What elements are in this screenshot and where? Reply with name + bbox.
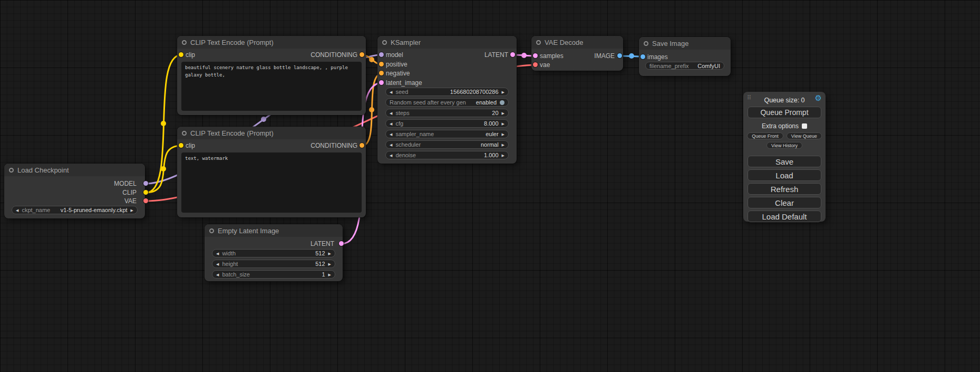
- clear-button[interactable]: Clear: [748, 197, 821, 208]
- model-link-midpoint[interactable]: [261, 117, 266, 122]
- node-graph-canvas[interactable]: Load Checkpoint MODEL CLIP VAE ◀ ckpt_na…: [0, 0, 980, 372]
- output-port-vae[interactable]: [143, 198, 148, 203]
- load-button[interactable]: Load: [748, 169, 821, 181]
- widget-filename-prefix[interactable]: filename_prefix ComfyUI: [645, 62, 724, 70]
- image-link-midpoint[interactable]: [629, 53, 634, 59]
- output-port-conditioning[interactable]: [360, 52, 364, 57]
- node-title: KSampler: [391, 39, 421, 46]
- prompt-textarea[interactable]: text, watermark: [181, 152, 362, 213]
- refresh-button[interactable]: Refresh: [748, 183, 821, 195]
- view-history-button[interactable]: View History: [766, 142, 802, 149]
- widget-height[interactable]: ◀ height 512 ▶: [212, 260, 335, 268]
- node-title: Load Checkpoint: [17, 166, 69, 174]
- node-empty-latent-image[interactable]: Empty Latent Image LATENT ◀ width 512 ▶ …: [205, 224, 343, 281]
- node-title-bar[interactable]: VAE Decode: [531, 36, 623, 49]
- input-port-latent-image[interactable]: [379, 80, 384, 85]
- negative-conditioning-link-midpoint[interactable]: [369, 107, 374, 112]
- increment-icon[interactable]: ▶: [328, 252, 331, 255]
- node-title-bar[interactable]: CLIP Text Encode (Prompt): [177, 36, 366, 49]
- input-port-clip[interactable]: [179, 52, 183, 57]
- input-port-positive[interactable]: [379, 62, 384, 66]
- node-save-image[interactable]: Save Image images filename_prefix ComfyU…: [639, 37, 731, 76]
- queue-prompt-button[interactable]: Queue Prompt: [748, 107, 821, 118]
- decrement-icon[interactable]: ◀: [216, 252, 219, 255]
- increment-icon[interactable]: ▶: [502, 111, 504, 115]
- increment-icon[interactable]: ▶: [328, 273, 331, 276]
- queue-front-button[interactable]: Queue Front: [747, 132, 783, 139]
- node-title-bar[interactable]: Empty Latent Image: [205, 224, 343, 237]
- widget-random-seed-toggle[interactable]: Random seed after every gen enabled: [385, 98, 509, 107]
- widget-seed[interactable]: ◀ seed 156680208700286 ▶: [385, 88, 509, 96]
- node-title-bar[interactable]: KSampler: [377, 36, 517, 49]
- collapse-dot-icon[interactable]: [9, 168, 14, 173]
- view-queue-button[interactable]: View Queue: [787, 132, 822, 139]
- save-button[interactable]: Save: [748, 156, 821, 167]
- collapse-dot-icon[interactable]: [382, 40, 387, 45]
- node-title-bar[interactable]: Load Checkpoint: [4, 164, 145, 176]
- node-title-bar[interactable]: CLIP Text Encode (Prompt): [177, 127, 366, 139]
- sampler-latent-link-midpoint[interactable]: [521, 53, 527, 58]
- collapse-dot-icon[interactable]: [182, 40, 187, 45]
- toggle-knob-icon[interactable]: [500, 100, 504, 105]
- decrement-icon[interactable]: ◀: [216, 273, 219, 276]
- widget-width[interactable]: ◀ width 512 ▶: [212, 249, 335, 257]
- node-title: CLIP Text Encode (Prompt): [190, 129, 274, 137]
- load-default-button[interactable]: Load Default: [748, 211, 821, 222]
- input-port-negative[interactable]: [379, 71, 384, 75]
- output-port-latent[interactable]: [510, 52, 515, 57]
- settings-gear-icon[interactable]: ⚙: [815, 94, 822, 102]
- node-title-bar[interactable]: Save Image: [639, 37, 731, 50]
- collapse-dot-icon[interactable]: [182, 131, 187, 136]
- input-port-vae[interactable]: [533, 62, 538, 67]
- increment-icon[interactable]: ▶: [502, 122, 504, 126]
- decrement-icon[interactable]: ◀: [216, 262, 219, 266]
- collapse-dot-icon[interactable]: [644, 41, 648, 46]
- decrement-icon[interactable]: ◀: [390, 90, 392, 94]
- decrement-icon[interactable]: ◀: [390, 132, 392, 136]
- prompt-textarea[interactable]: beautiful scenery nature glass bottle la…: [181, 62, 362, 111]
- output-label-conditioning: CONDITIONING: [311, 51, 357, 59]
- node-load-checkpoint[interactable]: Load Checkpoint MODEL CLIP VAE ◀ ckpt_na…: [4, 164, 145, 218]
- positive-conditioning-link-midpoint[interactable]: [369, 57, 374, 62]
- increment-icon[interactable]: ▶: [502, 90, 504, 94]
- node-clip-text-encode-negative[interactable]: CLIP Text Encode (Prompt) clip CONDITION…: [177, 127, 366, 217]
- node-clip-text-encode-positive[interactable]: CLIP Text Encode (Prompt) clip CONDITION…: [177, 36, 366, 115]
- increment-icon[interactable]: ▶: [328, 262, 331, 266]
- decrement-icon[interactable]: ◀: [16, 208, 18, 212]
- output-port-clip[interactable]: [143, 190, 148, 195]
- decrement-icon[interactable]: ◀: [390, 122, 392, 126]
- collapse-dot-icon[interactable]: [536, 40, 541, 45]
- input-port-model[interactable]: [379, 52, 384, 57]
- queue-buttons-row: Queue Front View Queue: [743, 132, 826, 139]
- decrement-icon[interactable]: ◀: [390, 111, 392, 115]
- widget-scheduler[interactable]: ◀ scheduler normal ▶: [385, 140, 509, 149]
- clip-link-negative-midpoint[interactable]: [161, 166, 166, 171]
- output-port-model[interactable]: [143, 181, 148, 186]
- widget-steps[interactable]: ◀ steps 20 ▶: [385, 109, 509, 117]
- widget-value: 20: [492, 110, 498, 116]
- widget-sampler-name[interactable]: ◀ sampler_name euler ▶: [385, 130, 509, 138]
- increment-icon[interactable]: ▶: [502, 132, 504, 136]
- output-label-latent: LATENT: [311, 240, 334, 247]
- output-port-latent[interactable]: [339, 241, 344, 246]
- input-port-samples[interactable]: [533, 53, 538, 58]
- decrement-icon[interactable]: ◀: [390, 143, 392, 147]
- collapse-dot-icon[interactable]: [209, 228, 214, 233]
- widget-batch-size[interactable]: ◀ batch_size 1 ▶: [212, 270, 335, 279]
- widget-ckpt-name[interactable]: ◀ ckpt_name v1-5-pruned-emaonly.ckpt ▶: [12, 206, 138, 214]
- widget-denoise[interactable]: ◀ denoise 1.000 ▶: [385, 151, 509, 159]
- extra-options-checkbox[interactable]: [802, 123, 807, 129]
- decrement-icon[interactable]: ◀: [390, 154, 392, 157]
- input-port-clip[interactable]: [179, 143, 183, 148]
- input-port-images[interactable]: [641, 54, 645, 59]
- node-ksampler[interactable]: KSampler model LATENT positive negative …: [377, 36, 517, 164]
- increment-icon[interactable]: ▶: [131, 208, 133, 212]
- increment-icon[interactable]: ▶: [502, 143, 504, 147]
- increment-icon[interactable]: ▶: [502, 154, 504, 157]
- node-vae-decode[interactable]: VAE Decode samples IMAGE vae: [531, 36, 623, 71]
- clip-link-positive-midpoint[interactable]: [161, 121, 166, 126]
- output-port-image[interactable]: [617, 53, 622, 58]
- drag-handle-icon[interactable]: ⠿: [747, 95, 751, 101]
- widget-cfg[interactable]: ◀ cfg 8.000 ▶: [385, 119, 509, 128]
- output-port-conditioning[interactable]: [360, 143, 364, 148]
